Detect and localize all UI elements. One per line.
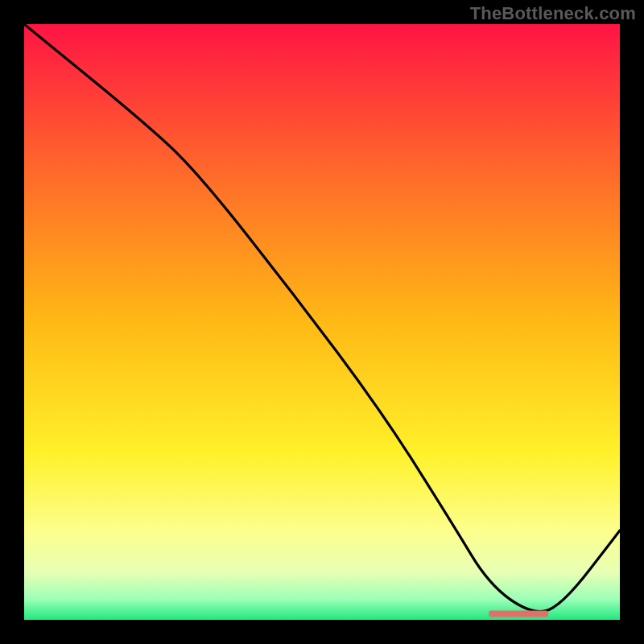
optimum-marker (489, 611, 548, 617)
chart-stage: TheBottleneck.com (0, 0, 644, 644)
bottleneck-chart (24, 24, 620, 620)
plot-area (24, 24, 620, 620)
gradient-background (24, 24, 620, 620)
watermark-text: TheBottleneck.com (470, 3, 636, 24)
